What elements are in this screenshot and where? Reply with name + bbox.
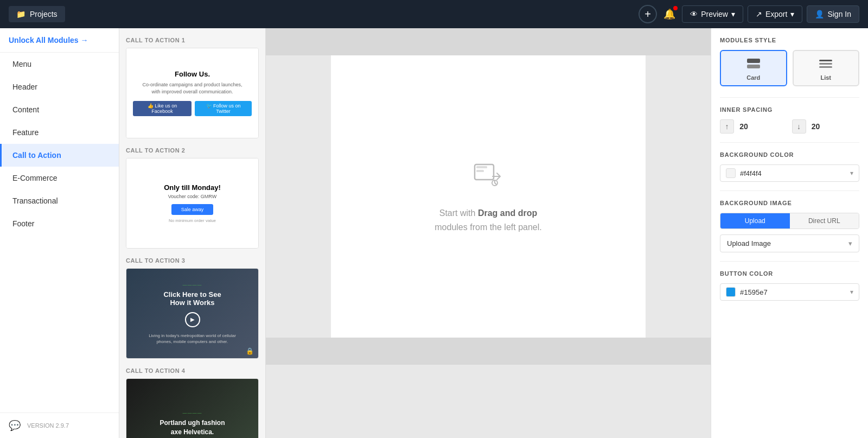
- cta2-title: Only till Monday!: [133, 183, 252, 192]
- notification-button[interactable]: 🔔: [661, 6, 678, 22]
- signin-label: Sign In: [827, 10, 851, 18]
- button-color-title: BUTTON COLOR: [720, 270, 859, 277]
- cta1-facebook-btn[interactable]: 👍 Like us on Facebook: [133, 101, 192, 116]
- svg-rect-2: [476, 170, 484, 172]
- cta1-inner: Follow Us. Co-ordinate campaigns and pro…: [133, 70, 252, 116]
- modules-style-title: MODULES STYLE: [720, 37, 859, 43]
- cta3-lock-icon: 🔒: [246, 347, 254, 355]
- style-option-list[interactable]: List: [793, 50, 860, 86]
- inner-spacing-title: INNER SPACING: [720, 106, 859, 113]
- export-button[interactable]: ↗ Export ▾: [748, 5, 802, 23]
- spacing-left-value: 20: [736, 122, 751, 131]
- cta3-play-icon[interactable]: ▶: [185, 312, 200, 327]
- cta4-module-card[interactable]: ———— Portland ugh fashionaxe Helvetica.: [126, 378, 259, 438]
- bg-color-title: BACKGROUND COLOR: [720, 151, 859, 158]
- cta3-subtitle: Living in today's metropolitan world of …: [149, 333, 236, 345]
- svg-rect-6: [819, 60, 832, 61]
- bg-color-value: #f4f4f4: [740, 169, 846, 177]
- cta2-sale-btn[interactable]: Sale away: [171, 204, 214, 215]
- cta3-label: ————: [183, 282, 202, 287]
- version-label: VERSION 2.9.7: [27, 422, 69, 429]
- cta3-section-label: Call to Action 3: [126, 257, 259, 264]
- divider-4: [720, 261, 859, 262]
- inner-spacing-row: ↑ 20 ↓ 20: [720, 119, 859, 134]
- drag-drop-area: Start with Drag and dropmodules from the…: [413, 116, 563, 277]
- sidebar-item-transactional[interactable]: Transactional: [0, 189, 119, 212]
- signin-button[interactable]: 👤 Sign In: [807, 5, 859, 23]
- cta1-preview: Follow Us. Co-ordinate campaigns and pro…: [126, 48, 258, 138]
- sidebar: Unlock All Modules → Menu Header Content…: [0, 28, 119, 438]
- cta4-inner: ———— Portland ugh fashionaxe Helvetica.: [126, 379, 258, 438]
- button-color-value: #1595e7: [740, 288, 846, 296]
- sidebar-item-ecommerce[interactable]: E-Commerce: [0, 167, 119, 189]
- cta4-label: ————: [183, 410, 202, 415]
- spacing-down-btn[interactable]: ↓: [792, 119, 806, 134]
- sidebar-item-menu[interactable]: Menu: [0, 53, 119, 75]
- cta1-module-card[interactable]: Follow Us. Co-ordinate campaigns and pro…: [126, 48, 259, 138]
- upload-image-button[interactable]: Upload Image ▾: [720, 234, 859, 252]
- unlock-all-modules[interactable]: Unlock All Modules →: [0, 28, 119, 53]
- notification-dot: [673, 6, 678, 10]
- canvas-top-bar: [266, 28, 711, 55]
- svg-rect-8: [819, 66, 832, 68]
- sidebar-item-footer[interactable]: Footer: [0, 212, 119, 235]
- svg-rect-7: [819, 63, 832, 65]
- divider-1: [720, 97, 859, 98]
- cta2-preview: Only till Monday! Voucher code: GMRW Sal…: [126, 158, 258, 248]
- cta2-inner: Only till Monday! Voucher code: GMRW Sal…: [133, 183, 252, 223]
- module-list-panel: Call to Action 1 Follow Us. Co-ordinate …: [119, 28, 266, 438]
- folder-icon: 📁: [16, 10, 25, 18]
- drag-drop-icon: [472, 159, 505, 198]
- cta2-module-card[interactable]: Only till Monday! Voucher code: GMRW Sal…: [126, 158, 259, 249]
- cta2-code: Voucher code: GMRW: [133, 194, 252, 199]
- divider-2: [720, 142, 859, 143]
- svg-rect-1: [476, 166, 487, 168]
- direct-url-tab[interactable]: Direct URL: [790, 213, 859, 228]
- spacing-right-control: ↓ 20: [792, 119, 860, 134]
- cta3-inner: ———— Click Here to SeeHow it Works ▶ Liv…: [126, 269, 258, 358]
- cta4-preview: ———— Portland ugh fashionaxe Helvetica.: [126, 379, 258, 438]
- cta1-title: Follow Us.: [133, 70, 252, 78]
- button-color-swatch: [726, 287, 736, 297]
- bg-color-picker[interactable]: #f4f4f4 ▾: [720, 164, 859, 182]
- upload-chevron-icon: ▾: [848, 239, 852, 247]
- sidebar-footer: 💬 VERSION 2.9.7: [0, 412, 119, 438]
- upload-tab[interactable]: Upload: [720, 213, 790, 228]
- style-option-card[interactable]: Card: [720, 50, 787, 86]
- button-color-picker[interactable]: #1595e7 ▾: [720, 283, 859, 301]
- bg-color-swatch: [726, 168, 736, 178]
- divider-3: [720, 191, 859, 191]
- sidebar-nav: Menu Header Content Feature Call to Acti…: [0, 53, 119, 412]
- cta1-twitter-btn[interactable]: 🐦 Follow us on Twitter: [195, 101, 252, 116]
- right-panel: MODULES STYLE Card List INNER SPACING ↑ …: [711, 28, 868, 438]
- spacing-left-control: ↑ 20: [720, 119, 788, 134]
- card-icon: [746, 58, 761, 72]
- sidebar-item-header[interactable]: Header: [0, 75, 119, 98]
- projects-button[interactable]: 📁 Projects: [9, 6, 65, 22]
- cta4-title: Portland ugh fashionaxe Helvetica.: [160, 418, 225, 437]
- cta3-module-card[interactable]: ———— Click Here to SeeHow it Works ▶ Liv…: [126, 268, 259, 359]
- spacing-up-btn[interactable]: ↑: [720, 119, 734, 134]
- sidebar-item-content[interactable]: Content: [0, 98, 119, 121]
- drag-drop-text: Start with Drag and dropmodules from the…: [435, 206, 541, 234]
- top-nav: 📁 Projects + 🔔 👁 Preview ▾ ↗ Export ▾ 👤 …: [0, 0, 868, 28]
- style-options: Card List: [720, 50, 859, 86]
- sidebar-item-call-to-action[interactable]: Call to Action: [0, 144, 119, 167]
- bg-image-title: BACKGROUND IMAGE: [720, 200, 859, 206]
- bg-color-chevron-icon: ▾: [850, 169, 853, 177]
- bell-icon: 🔔: [663, 9, 675, 20]
- cta2-note: No minimum order value: [133, 218, 252, 223]
- button-color-chevron-icon: ▾: [850, 288, 853, 296]
- user-icon: 👤: [815, 10, 824, 18]
- export-arrow-icon: ↗: [756, 10, 762, 18]
- card-label: Card: [746, 74, 760, 81]
- chat-icon[interactable]: 💬: [9, 420, 21, 431]
- cta3-title: Click Here to SeeHow it Works: [163, 290, 221, 307]
- sidebar-item-feature[interactable]: Feature: [0, 121, 119, 144]
- preview-label: Preview: [701, 10, 728, 18]
- nav-right: + 🔔 👁 Preview ▾ ↗ Export ▾ 👤 Sign In: [639, 5, 859, 23]
- list-label: List: [820, 74, 831, 81]
- canvas-bottom-bar: [266, 338, 711, 365]
- preview-button[interactable]: 👁 Preview ▾: [682, 5, 743, 23]
- add-button[interactable]: +: [639, 5, 657, 23]
